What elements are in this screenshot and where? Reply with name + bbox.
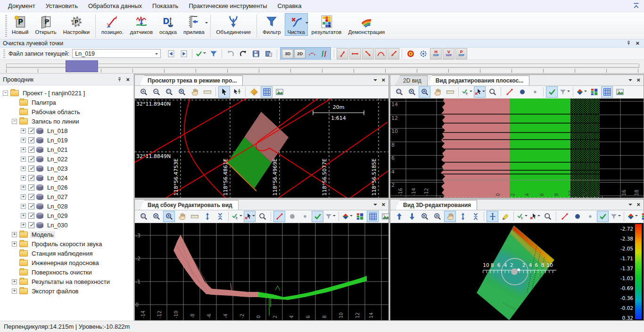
zoom-window-button[interactable]: [138, 211, 149, 222]
close-panel-icon[interactable]: ×: [381, 201, 385, 208]
close-icon[interactable]: ×: [636, 40, 639, 46]
pdop-button[interactable]: PDOP: [455, 48, 467, 59]
accept-dropdown-button[interactable]: [195, 48, 206, 59]
3d-view-button[interactable]: 3D: [282, 49, 293, 58]
highlighter-button[interactable]: [499, 211, 511, 222]
track-map-canvas[interactable]: 32°11.8940N 32°11.8849N 118°56.4753E 118…: [135, 99, 388, 198]
next-record-button[interactable]: [178, 48, 190, 59]
tree-item-ln-021[interactable]: Ln_021: [0, 145, 133, 154]
tree-item-observation-station[interactable]: Станция наблюдения: [0, 249, 133, 258]
expander-icon[interactable]: [21, 128, 26, 133]
curves-view-button[interactable]: [318, 48, 329, 59]
results-button[interactable]: результатов: [309, 13, 345, 36]
move-down-button[interactable]: [406, 211, 418, 222]
slider-track[interactable]: [6, 64, 639, 68]
measure-button[interactable]: [444, 86, 456, 98]
select-cursor-button[interactable]: [218, 86, 230, 98]
jump-point-button[interactable]: [337, 48, 348, 59]
color-diamond-button[interactable]: [341, 211, 353, 222]
pin-icon[interactable]: [116, 76, 123, 83]
zoom-out-button[interactable]: [150, 86, 162, 98]
pan-button[interactable]: [176, 211, 188, 222]
line-tool-button[interactable]: [504, 86, 515, 98]
demonstration-button[interactable]: Демонстрация: [345, 13, 388, 36]
filter-button[interactable]: [559, 86, 570, 98]
expand-vertical-button[interactable]: [457, 211, 469, 222]
expander-icon[interactable]: [3, 91, 8, 96]
new-button[interactable]: P Новый: [9, 13, 32, 36]
record-file-select[interactable]: Ln_019: [72, 49, 161, 58]
tab-track-view[interactable]: Просмотр трека в режиме про...: [140, 75, 243, 85]
zoom-extents-button[interactable]: [150, 211, 162, 222]
magnifier-button[interactable]: [542, 211, 553, 222]
line-tool-button[interactable]: [273, 211, 285, 222]
draft-button[interactable]: D осадка: [157, 13, 180, 36]
tab-plane-edit-view[interactable]: Вид редактирования плоскос...: [428, 75, 529, 85]
tide-button[interactable]: прилива: [181, 13, 207, 36]
measure-button[interactable]: [189, 211, 200, 222]
swath-rejected-band[interactable]: [441, 99, 510, 198]
tree-item-ln-019[interactable]: Ln_019: [0, 135, 133, 145]
hdop-button[interactable]: HDOP: [430, 48, 442, 59]
depth-colorbar[interactable]: [635, 224, 642, 319]
accept-button[interactable]: [312, 211, 323, 222]
vertical-axis-button[interactable]: [487, 211, 498, 222]
accept-cursor-button[interactable]: [231, 211, 243, 222]
expander-icon[interactable]: [21, 223, 26, 228]
zoom-extents-button[interactable]: [406, 86, 418, 98]
tab-menu-icon[interactable]: [628, 79, 632, 83]
merge-button[interactable]: Объединение: [214, 13, 254, 36]
delete-cursor-button[interactable]: [474, 86, 486, 98]
undo-button[interactable]: [224, 48, 236, 59]
sensors-button[interactable]: датчиков: [127, 13, 156, 36]
checkbox[interactable]: [28, 194, 34, 200]
dropdown-icon[interactable]: [205, 22, 208, 25]
tree-item-ln-027[interactable]: Ln_027: [0, 192, 133, 201]
magnifier-button[interactable]: [487, 86, 498, 98]
checkbox[interactable]: [28, 175, 34, 181]
collapse-vertical-button[interactable]: [470, 211, 481, 222]
tree-item-project[interactable]: Проект - [ nanjin0221 ]: [0, 88, 133, 98]
side-view-canvas[interactable]: -3 -2 -1 0 -14 -12 -10 -8 -6 -4 -2 0: [135, 223, 388, 320]
2d-view-button[interactable]: 2D: [294, 49, 305, 58]
grid-toggle-button[interactable]: [601, 86, 613, 98]
expander-icon[interactable]: [21, 194, 26, 199]
save-button[interactable]: [250, 48, 262, 59]
expander-icon[interactable]: [21, 185, 26, 190]
redo-button[interactable]: [237, 48, 249, 59]
tree-item-ln-024[interactable]: Ln_024: [0, 173, 133, 183]
zoom-window-button[interactable]: [393, 86, 405, 98]
arrow-southeast-button[interactable]: [362, 48, 374, 59]
large-point-button[interactable]: [516, 86, 528, 98]
target-button[interactable]: [405, 48, 416, 59]
close-panel-icon[interactable]: ×: [636, 201, 640, 208]
settings-button[interactable]: P Настройки: [60, 13, 92, 36]
expander-icon[interactable]: [12, 289, 17, 294]
expander-icon[interactable]: [21, 175, 26, 181]
filter-button[interactable]: [610, 211, 621, 222]
expander-icon[interactable]: [12, 241, 17, 247]
large-point-button[interactable]: [571, 211, 583, 222]
grid-toggle-button[interactable]: [261, 86, 272, 98]
color-diamond-button[interactable]: [576, 86, 587, 98]
menu-show[interactable]: Показать: [147, 0, 183, 12]
tree-item-surface-results[interactable]: Результаты на поверхности: [0, 277, 133, 286]
tree-item-ln-018[interactable]: Ln_018: [0, 126, 133, 135]
move-up-button[interactable]: [393, 211, 405, 222]
measure-button[interactable]: [201, 86, 213, 98]
arrow-east-button[interactable]: [349, 48, 361, 59]
toolbar-grip[interactable]: [3, 50, 5, 58]
small-point-button[interactable]: [299, 211, 311, 222]
accept-button[interactable]: [597, 211, 609, 222]
small-point-button[interactable]: [529, 86, 541, 98]
pan-button[interactable]: [431, 86, 443, 98]
zoom-window-button[interactable]: [163, 86, 175, 98]
menu-data-processing[interactable]: Обработка данных: [83, 0, 147, 12]
transfer-button[interactable]: [263, 48, 274, 59]
accept-cursor-button[interactable]: [461, 86, 473, 98]
center-handle[interactable]: [511, 268, 518, 275]
tree-item-ln-029[interactable]: Ln_029: [0, 211, 133, 220]
color-diamond-button[interactable]: [627, 211, 638, 222]
checkbox[interactable]: [28, 147, 34, 153]
scatter-points-button[interactable]: [417, 48, 429, 59]
